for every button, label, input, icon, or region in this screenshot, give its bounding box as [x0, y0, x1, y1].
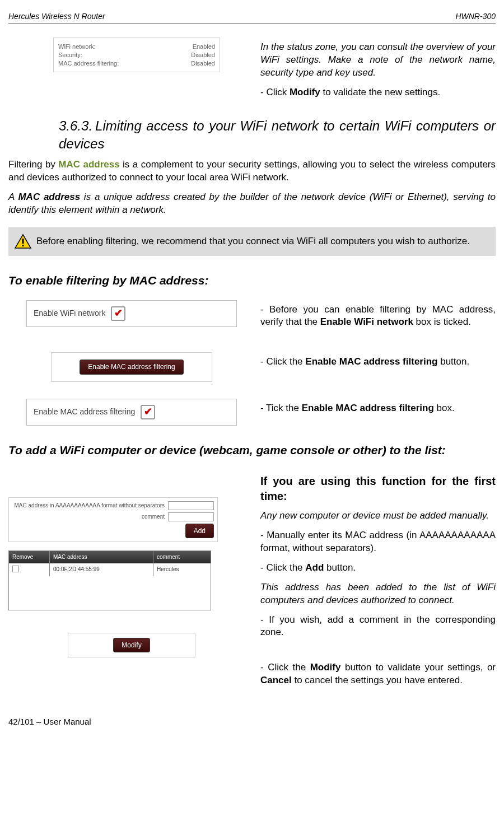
add-button[interactable]: Add: [185, 524, 214, 538]
paragraph-filtering: Filtering by MAC address is a complement…: [8, 158, 496, 184]
page-footer: 42/101 – User Manual: [8, 716, 496, 727]
step-3-text: - Tick the Enable MAC address filtering …: [260, 402, 496, 415]
enable-mac-checkbox-ui: Enable MAC address filtering ✔: [26, 399, 237, 426]
section-title: Limiting access to your WiFi network to …: [59, 118, 496, 151]
svg-rect-1: [22, 239, 24, 244]
status-value: Enabled: [193, 43, 215, 51]
page-header: Hercules Wireless N Router HWNR-300: [8, 11, 496, 24]
warning-note: Before enabling filtering, we recommend …: [8, 227, 496, 256]
first-time-p1: Any new computer or device must be added…: [260, 510, 496, 522]
comment-cell: Hercules: [153, 563, 211, 577]
status-label: MAC address filtering:: [58, 59, 119, 68]
status-value: Disabled: [191, 51, 215, 59]
step-1-text: - Before you can enable filtering by MAC…: [260, 304, 496, 329]
step-2-text: - Click the Enable MAC address filtering…: [260, 356, 496, 368]
first-time-p6: - Click the Modify button to validate yo…: [260, 661, 496, 687]
modify-button[interactable]: Modify: [113, 638, 150, 652]
warning-text: Before enabling filtering, we recommend …: [36, 235, 470, 248]
intro-paragraph-1: In the status zone, you can consult the …: [260, 41, 496, 80]
comment-input[interactable]: [168, 512, 214, 521]
header-right: HWNR-300: [455, 11, 496, 22]
warning-icon: [14, 234, 32, 249]
section-number: 3.6.3.: [59, 118, 95, 133]
checkbox-ticked-icon[interactable]: ✔: [111, 306, 125, 321]
mac-input-label: MAC address in AAAAAAAAAAAA format witho…: [12, 502, 168, 510]
first-time-heading: If you are using this function for the f…: [260, 474, 496, 504]
subheading-enable-filtering: To enable filtering by MAC address:: [8, 273, 496, 288]
status-label: Security:: [58, 51, 82, 59]
table-header-comment: comment: [153, 551, 211, 563]
enable-wifi-checkbox-ui: Enable WiFi network ✔: [26, 300, 237, 327]
paragraph-mac-definition: A MAC address is a unique address create…: [8, 191, 496, 217]
mac-address-link[interactable]: MAC address: [58, 159, 119, 170]
comment-input-label: comment: [12, 513, 168, 521]
table-row: 00:0F:2D:44:55:99 Hercules: [9, 563, 211, 577]
mac-address-cell: 00:0F:2D:44:55:99: [50, 563, 153, 577]
svg-rect-2: [22, 245, 24, 246]
first-time-p2: - Manually enter its MAC address (in AAA…: [260, 529, 496, 555]
header-left: Hercules Wireless N Router: [8, 11, 105, 22]
mac-address-input[interactable]: [168, 501, 214, 510]
checkbox-ticked-icon[interactable]: ✔: [141, 405, 155, 419]
enable-mac-label: Enable MAC address filtering: [34, 407, 135, 417]
enable-wifi-label: Enable WiFi network: [34, 308, 105, 319]
table-header-mac: MAC address: [50, 551, 153, 563]
remove-checkbox-cell[interactable]: [9, 563, 50, 577]
enable-mac-filtering-button[interactable]: Enable MAC address filtering: [80, 360, 183, 374]
intro-paragraph-2: - Click Modify to validate the new setti…: [260, 86, 496, 99]
mac-address-table: Remove MAC address comment 00:0F:2D:44:5…: [8, 550, 211, 610]
first-time-p4: This address has been added to the list …: [260, 581, 496, 607]
status-value: Disabled: [191, 59, 215, 68]
first-time-p3: - Click the Add button.: [260, 562, 496, 575]
first-time-p5: - If you wish, add a comment in the corr…: [260, 614, 496, 640]
subheading-add-device: To add a WiFi computer or device (webcam…: [8, 442, 496, 458]
status-label: WiFi network:: [58, 43, 96, 51]
table-header-remove: Remove: [9, 551, 50, 563]
mac-add-form: MAC address in AAAAAAAAAAAA format witho…: [8, 497, 218, 542]
status-zone-preview: WiFi network:Enabled Security:Disabled M…: [53, 38, 220, 73]
section-heading: 3.6.3.Limiting access to your WiFi netwo…: [59, 117, 496, 153]
